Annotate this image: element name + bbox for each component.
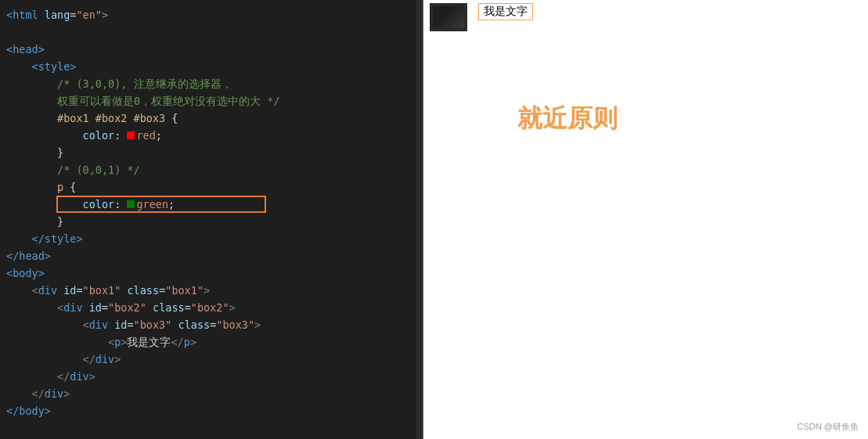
preview-title: 就近原则 <box>517 102 618 136</box>
code-line-18: <div id="box2" class="box2"> <box>0 299 423 316</box>
code-line-3: <head> <box>0 41 423 58</box>
code-line-2 <box>0 23 423 41</box>
code-line-5: /* (3,0,0), 注意继承的选择器， <box>0 75 423 92</box>
code-line-13: } <box>0 213 423 230</box>
preview-text-container: 我是文字 <box>478 3 533 20</box>
code-line-10: /* (0,0,1) */ <box>0 161 423 178</box>
code-editor: <html lang="en"> <head> <style> /* (3,0,… <box>0 0 423 439</box>
code-line-6: 权重可以看做是0，权重绝对没有选中的大 */ <box>0 92 423 110</box>
code-line-16: <body> <box>0 264 423 282</box>
preview-panel: 我是文字 就近原则 CSDN @研鱼鱼 <box>423 0 868 439</box>
preview-thumbnail-area <box>430 3 467 31</box>
code-line-1: <html lang="en"> <box>0 6 423 23</box>
code-line-23: </div> <box>0 385 423 402</box>
code-line-11: p { <box>0 178 423 196</box>
code-line-17: <div id="box1" class="box1"> <box>0 282 423 299</box>
code-line-7: #box1 #box2 #box3 { <box>0 110 423 127</box>
code-line-20: <p>我是文字</p> <box>0 333 423 351</box>
code-line-4: <style> <box>0 58 423 75</box>
code-line-22: </div> <box>0 368 423 385</box>
code-line-12: color: green; <box>0 196 423 213</box>
code-line-21: </div> <box>0 351 423 368</box>
code-line-15: </head> <box>0 247 423 264</box>
code-line-19: <div id="box3" class="box3"> <box>0 316 423 333</box>
preview-text-box: 我是文字 <box>478 3 533 20</box>
code-line-9: } <box>0 144 423 161</box>
code-line-24: </body> <box>0 402 423 419</box>
code-line-8: color: red; <box>0 127 423 144</box>
code-line-14: </style> <box>0 230 423 247</box>
preview-watermark: CSDN @研鱼鱼 <box>798 421 859 433</box>
